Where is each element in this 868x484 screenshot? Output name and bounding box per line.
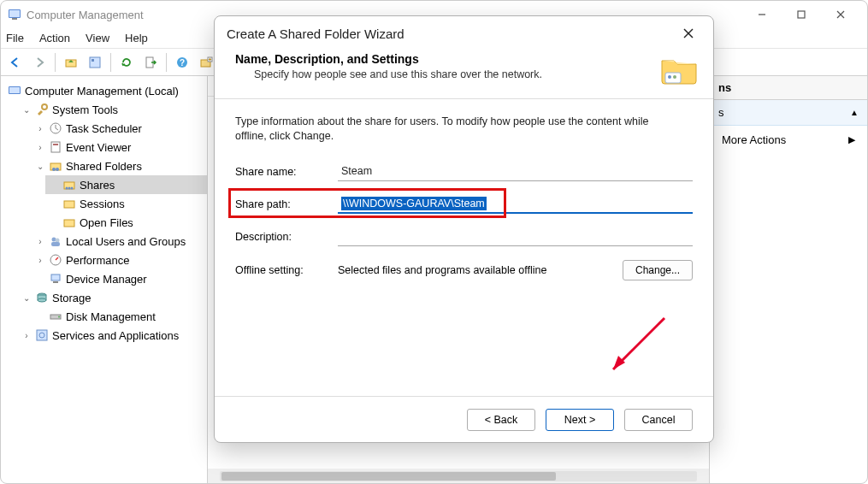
svg-line-50 (613, 318, 664, 369)
actions-group[interactable]: s▲ (710, 100, 867, 126)
svg-point-19 (42, 104, 47, 109)
navigation-tree[interactable]: Computer Management (Local) ⌄ System Too… (1, 76, 208, 483)
share-name-input[interactable]: Steam (338, 162, 693, 181)
change-button[interactable]: Change... (623, 260, 693, 280)
tools-icon (35, 103, 49, 116)
share-name-label: Share name: (235, 166, 338, 178)
menu-help[interactable]: Help (125, 32, 148, 44)
share-path-field[interactable]: \\WINDOWS-GAURAV\Steam (338, 195, 693, 214)
svg-point-49 (673, 75, 676, 79)
actions-pane: ns s▲ More Actions▶ (710, 76, 867, 483)
back-button[interactable] (4, 51, 27, 74)
properties-icon[interactable] (84, 51, 106, 74)
menu-file[interactable]: File (6, 32, 24, 44)
chevron-down-icon[interactable]: ⌄ (35, 162, 45, 171)
forward-button[interactable] (28, 51, 50, 74)
actions-header: ns (710, 76, 867, 100)
maximize-button[interactable] (782, 2, 821, 27)
services-icon (35, 328, 49, 342)
tree-root[interactable]: Computer Management (Local) (4, 81, 207, 100)
menu-action[interactable]: Action (39, 32, 70, 44)
tree-disk-management[interactable]: Disk Management (32, 307, 207, 326)
tree-open-files[interactable]: Open Files (45, 213, 207, 232)
tree-performance[interactable]: ›Performance (32, 251, 207, 269)
offline-label: Offline setting: (235, 264, 338, 276)
performance-icon (49, 253, 62, 267)
chevron-down-icon[interactable]: ⌄ (21, 105, 32, 115)
toolbar-sep (55, 53, 56, 72)
tree-system-tools[interactable]: ⌄ System Tools (18, 100, 207, 119)
scrollbar-thumb[interactable] (221, 472, 556, 481)
tree-shares[interactable]: Shares (45, 175, 207, 194)
minimize-button[interactable] (742, 2, 782, 27)
svg-rect-8 (90, 57, 100, 68)
svg-rect-47 (665, 73, 681, 83)
row-offline: Offline setting: Selected files and prog… (235, 260, 693, 280)
dialog-header: Name, Description, and Settings Specify … (215, 50, 713, 99)
row-share-name: Share name: Steam (235, 157, 693, 186)
svg-rect-4 (798, 11, 805, 18)
cancel-button[interactable]: Cancel (624, 409, 693, 431)
back-button[interactable]: < Back (467, 409, 535, 431)
svg-rect-37 (53, 281, 58, 283)
dialog-heading: Name, Description, and Settings (235, 52, 658, 66)
svg-rect-1 (9, 10, 20, 17)
chevron-right-icon[interactable]: › (35, 124, 45, 133)
chevron-right-icon[interactable]: › (35, 256, 45, 265)
tree-storage[interactable]: ⌄Storage (18, 288, 207, 307)
dialog-subheading: Specify how people see and use this shar… (254, 68, 658, 80)
shares-icon (62, 178, 76, 192)
description-label: Description: (235, 231, 338, 243)
svg-point-29 (71, 187, 74, 190)
help-icon[interactable]: ? (171, 51, 193, 74)
svg-rect-43 (37, 330, 47, 340)
share-path-label: Share path: (235, 198, 338, 210)
svg-point-48 (668, 75, 671, 79)
svg-point-42 (58, 316, 60, 318)
tree-shared-folders[interactable]: ⌄Shared Folders (32, 156, 207, 175)
svg-rect-22 (53, 144, 58, 145)
device-icon (49, 272, 62, 286)
shared-folder-wizard: Create A Shared Folder Wizard Name, Desc… (214, 15, 714, 443)
horizontal-scrollbar[interactable] (208, 469, 709, 483)
chevron-down-icon[interactable]: ⌄ (21, 293, 32, 303)
shared-folder-icon (49, 159, 62, 173)
svg-rect-9 (92, 59, 94, 62)
tree-task-scheduler[interactable]: ›Task Scheduler (32, 119, 207, 138)
dialog-titlebar: Create A Shared Folder Wizard (215, 16, 713, 50)
toolbar-sep2 (110, 53, 111, 72)
dialog-title: Create A Shared Folder Wizard (227, 27, 676, 41)
app-icon (8, 8, 21, 21)
close-button[interactable] (821, 2, 860, 27)
refresh-icon[interactable] (115, 51, 138, 74)
menu-view[interactable]: View (86, 32, 109, 44)
up-icon[interactable] (60, 51, 82, 74)
tree-sessions[interactable]: Sessions (45, 194, 207, 213)
svg-marker-51 (613, 356, 625, 369)
chevron-right-icon: ▶ (848, 134, 855, 145)
chevron-up-icon: ▲ (850, 108, 859, 117)
svg-rect-23 (50, 163, 61, 170)
dialog-close-button[interactable] (676, 21, 701, 46)
tree-local-users[interactable]: ›Local Users and Groups (32, 232, 207, 251)
dialog-intro-text: Type information about the share for use… (235, 115, 671, 144)
row-description: Description: (235, 222, 693, 251)
disk-icon (49, 310, 62, 323)
tree-device-manager[interactable]: Device Manager (32, 269, 207, 288)
svg-point-33 (56, 239, 60, 243)
computer-icon (8, 84, 21, 97)
chevron-right-icon[interactable]: › (21, 331, 32, 340)
chevron-right-icon[interactable]: › (35, 237, 45, 246)
shared-folder-large-icon (658, 52, 700, 86)
svg-rect-21 (51, 142, 60, 152)
svg-rect-36 (51, 274, 60, 280)
window-controls (742, 2, 860, 27)
chevron-right-icon[interactable]: › (35, 143, 45, 152)
tree-event-viewer[interactable]: ›Event Viewer (32, 138, 207, 156)
description-input[interactable] (338, 227, 693, 246)
next-button[interactable]: Next > (546, 409, 614, 431)
actions-more[interactable]: More Actions▶ (710, 126, 867, 153)
tree-services-apps[interactable]: ›Services and Applications (18, 326, 207, 345)
svg-rect-2 (12, 18, 17, 20)
export-icon[interactable] (139, 51, 162, 74)
